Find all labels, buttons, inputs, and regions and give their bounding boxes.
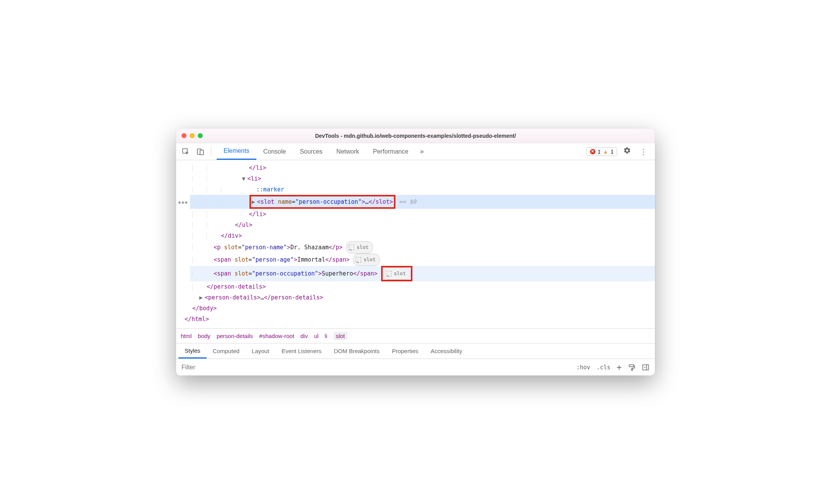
attr-name: slot: [234, 256, 248, 263]
li-open-tag: <li>: [247, 175, 261, 182]
crumb-ul[interactable]: ul: [314, 333, 319, 339]
panel-tabs: Elements Console Sources Network Perform…: [217, 143, 428, 160]
toggle-sidebar-icon[interactable]: [642, 364, 650, 371]
expand-icon[interactable]: ▶: [199, 292, 205, 303]
elements-panel: ••• </li> ▼<li> ::marker ▶<slot name="pe…: [176, 160, 655, 328]
slot-reveal-badge[interactable]: slot: [346, 241, 373, 254]
reveal-icon: [349, 245, 354, 250]
p-tag: <p: [214, 244, 224, 251]
titlebar: DevTools - mdn.github.io/web-components-…: [176, 129, 655, 143]
crumb-body[interactable]: body: [198, 333, 210, 339]
highlight-box: ▶<slot name="person-occupation">…</slot>: [249, 195, 395, 209]
li-close-tag: </li>: [249, 211, 266, 218]
person-details-close-tag: </person-details>: [264, 294, 324, 301]
filter-tools: :hov .cls +: [571, 362, 655, 372]
attr-name: slot: [224, 244, 238, 251]
styles-filter-bar: :hov .cls +: [176, 359, 655, 375]
gutter: •••: [176, 160, 190, 328]
span-close-tag: </span>: [325, 256, 349, 263]
tab-elements[interactable]: Elements: [217, 143, 256, 160]
reveal-icon: [356, 257, 361, 262]
attr-val: "person-occupation": [295, 198, 362, 205]
crumb-li[interactable]: li: [325, 333, 327, 339]
eq-dollar-zero: == $0: [395, 198, 416, 205]
subtab-styles[interactable]: Styles: [178, 343, 207, 359]
person-details-close-tag: </person-details>: [207, 283, 266, 290]
span-tag: <span: [214, 270, 234, 277]
span-tag: <span: [214, 256, 234, 263]
row-menu-icon[interactable]: •••: [176, 160, 190, 205]
attr-name: slot: [234, 270, 248, 277]
devtools-window: DevTools - mdn.github.io/web-components-…: [176, 129, 655, 375]
crumb-div[interactable]: div: [300, 333, 308, 339]
warning-count: 1: [611, 149, 614, 155]
separator: [211, 147, 211, 157]
tab-console[interactable]: Console: [256, 143, 293, 160]
crumb-html[interactable]: html: [181, 333, 192, 339]
text-content: Immortal: [297, 256, 325, 263]
ellipsis: …: [261, 294, 264, 301]
attr-val: "person-age": [252, 256, 294, 263]
attr-name: name: [278, 198, 292, 205]
svg-rect-4: [643, 365, 649, 370]
hov-toggle[interactable]: :hov: [577, 364, 590, 371]
attr-eq: =: [292, 198, 295, 205]
dom-tree[interactable]: </li> ▼<li> ::marker ▶<slot name="person…: [190, 160, 655, 328]
subtab-dom-breakpoints[interactable]: DOM Breakpoints: [328, 343, 386, 359]
div-close-tag: </div>: [221, 232, 242, 239]
person-details-tag: <person-details>: [205, 294, 261, 301]
pill-label: slot: [363, 254, 375, 265]
error-count: 1: [598, 149, 601, 155]
inspect-element-icon[interactable]: [179, 145, 192, 158]
reveal-icon: [386, 271, 392, 276]
expand-icon[interactable]: ▶: [252, 196, 257, 207]
svg-rect-2: [200, 150, 204, 155]
crumb-slot[interactable]: slot: [334, 332, 347, 340]
settings-icon[interactable]: [621, 147, 633, 156]
issues-counter[interactable]: ✕ 1 ▲ 1: [587, 147, 617, 156]
zoom-window-button[interactable]: [198, 133, 203, 138]
p-close-tag: </p>: [329, 244, 343, 251]
tab-performance[interactable]: Performance: [366, 143, 416, 160]
cls-toggle[interactable]: .cls: [597, 364, 611, 371]
subtab-properties[interactable]: Properties: [386, 343, 424, 359]
slot-tag: <slot: [257, 198, 275, 205]
breadcrumb: html body person-details #shadow-root di…: [176, 328, 655, 343]
slot-reveal-badge[interactable]: slot: [383, 267, 410, 280]
kebab-menu-icon[interactable]: ⋮: [637, 147, 650, 156]
subtab-event-listeners[interactable]: Event Listeners: [275, 343, 327, 359]
slot-close-tag: </slot>: [369, 198, 393, 205]
subtab-accessibility[interactable]: Accessibility: [424, 343, 468, 359]
hovered-node-row[interactable]: <span slot="person-occupation">Superhero…: [190, 266, 655, 281]
pill-label: slot: [356, 242, 368, 253]
subtab-layout[interactable]: Layout: [246, 343, 275, 359]
highlight-box: slot: [381, 266, 412, 281]
text-content: Dr. Shazaam: [290, 244, 329, 251]
main-toolbar: Elements Console Sources Network Perform…: [176, 143, 655, 160]
device-toolbar-icon[interactable]: [194, 145, 207, 158]
crumb-person-details[interactable]: person-details: [217, 333, 253, 339]
minimize-window-button[interactable]: [190, 133, 195, 138]
filter-input[interactable]: [176, 359, 571, 375]
ul-close-tag: </ul>: [235, 222, 252, 228]
styles-tabs: Styles Computed Layout Event Listeners D…: [176, 343, 655, 359]
tab-sources[interactable]: Sources: [293, 143, 329, 160]
window-title: DevTools - mdn.github.io/web-components-…: [181, 133, 650, 139]
new-style-rule-icon[interactable]: +: [617, 362, 622, 372]
tab-network[interactable]: Network: [329, 143, 366, 160]
crumb-shadow-root[interactable]: #shadow-root: [259, 333, 294, 339]
close-window-button[interactable]: [181, 133, 187, 138]
li-close-tag: </li>: [249, 164, 266, 171]
span-close-tag: </span>: [353, 270, 377, 277]
more-tabs-icon[interactable]: »: [415, 147, 428, 156]
expand-icon[interactable]: ▼: [242, 173, 247, 184]
slot-reveal-badge[interactable]: slot: [353, 254, 380, 266]
attr-val: "person-occupation": [252, 270, 319, 277]
subtab-computed[interactable]: Computed: [207, 343, 246, 359]
pseudo-marker[interactable]: ::marker: [256, 186, 284, 193]
svg-rect-3: [631, 369, 633, 370]
selected-node-row[interactable]: ▶<slot name="person-occupation">…</slot>…: [190, 195, 655, 209]
paint-brush-icon[interactable]: [628, 364, 636, 371]
attr-val: "person-name": [241, 244, 287, 251]
html-close-tag: </html>: [185, 316, 209, 323]
